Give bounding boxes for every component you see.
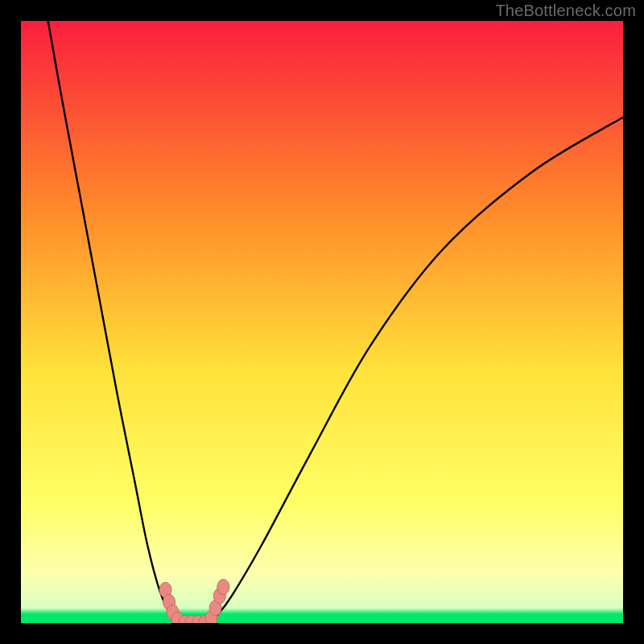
valley-markers (21, 21, 623, 623)
chart-frame: TheBottleneck.com (0, 0, 644, 644)
watermark-text: TheBottleneck.com (495, 2, 636, 20)
plot-area (21, 21, 623, 623)
marker-dot (217, 580, 229, 595)
